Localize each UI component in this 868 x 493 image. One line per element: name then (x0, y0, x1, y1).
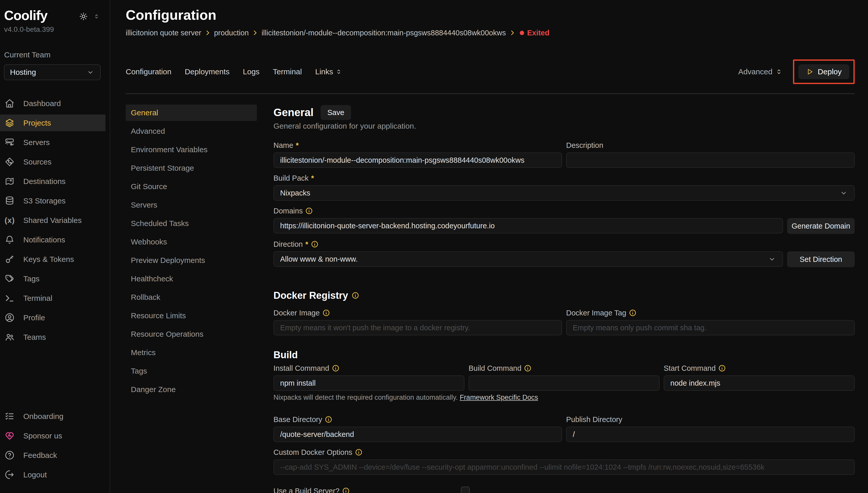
menu-item-webhooks[interactable]: Webhooks (126, 234, 257, 250)
menu-item-persistent-storage[interactable]: Persistent Storage (126, 160, 257, 176)
user-circle-icon (5, 313, 15, 323)
sidebar-item-keys-tokens[interactable]: Keys & Tokens (0, 251, 110, 267)
publish-directory-input[interactable] (566, 427, 855, 442)
section-subtitle: General configuration for your applicati… (273, 122, 855, 131)
docker-registry-title: Docker Registry (273, 289, 855, 302)
save-button[interactable]: Save (321, 105, 351, 120)
menu-item-resource-limits[interactable]: Resource Limits (126, 307, 257, 324)
tab-terminal[interactable]: Terminal (273, 67, 302, 76)
menu-item-resource-operations[interactable]: Resource Operations (126, 326, 257, 342)
build-command-input[interactable] (469, 376, 660, 391)
domains-input[interactable] (273, 218, 783, 233)
theme-select-chevrons-icon[interactable] (93, 13, 100, 20)
sidebar-item-shared-variables[interactable]: (x) Shared Variables (0, 212, 110, 229)
terminal-icon (5, 293, 15, 303)
sidebar-item-feedback[interactable]: Feedback (0, 447, 110, 464)
menu-item-rollback[interactable]: Rollback (126, 289, 257, 305)
custom-docker-options-label: Custom Docker Options (273, 448, 855, 457)
menu-item-servers[interactable]: Servers (126, 197, 257, 213)
sidebar-item-label: Teams (23, 333, 46, 342)
chevron-right-icon (252, 29, 258, 36)
tags-icon (5, 274, 15, 284)
deploy-button[interactable]: Deploy (798, 64, 849, 79)
sidebar-item-profile[interactable]: Profile (0, 309, 110, 326)
direction-label: Direction* (273, 240, 855, 249)
sidebar-item-label: Onboarding (23, 412, 64, 421)
tab-links[interactable]: Links (315, 67, 342, 76)
info-icon (325, 415, 332, 423)
base-directory-input[interactable] (273, 427, 562, 442)
menu-item-tags[interactable]: Tags (126, 363, 257, 379)
sidebar-item-teams[interactable]: Teams (0, 329, 110, 345)
docker-image-input[interactable] (273, 320, 562, 336)
sidebar-item-s3-storages[interactable]: S3 Storages (0, 192, 110, 209)
sidebar-item-destinations[interactable]: Destinations (0, 173, 110, 190)
sidebar-item-tags[interactable]: Tags (0, 270, 110, 287)
description-input[interactable] (566, 152, 855, 168)
framework-docs-link[interactable]: Framework Specific Docs (460, 393, 538, 401)
install-command-input[interactable] (273, 376, 464, 391)
menu-item-environment-variables[interactable]: Environment Variables (126, 142, 257, 158)
breadcrumb-application[interactable]: illicitestonion/-module--decomposition:m… (261, 28, 506, 37)
status-badge: Exited (527, 28, 549, 37)
chevron-right-icon (509, 29, 516, 36)
sidebar-item-label: Logout (23, 470, 47, 479)
set-direction-button[interactable]: Set Direction (787, 251, 855, 267)
section-title: General (273, 105, 313, 121)
build-server-checkbox[interactable] (461, 487, 470, 493)
menu-item-danger-zone[interactable]: Danger Zone (126, 381, 257, 398)
start-command-input[interactable] (664, 376, 855, 391)
sidebar-item-notifications[interactable]: Notifications (0, 231, 110, 248)
menu-item-healthcheck[interactable]: Healthcheck (126, 271, 257, 287)
bell-icon (5, 235, 15, 245)
status-dot (520, 31, 524, 35)
main-content: Configuration illicitonion quote server … (110, 0, 868, 493)
sidebar-item-sources[interactable]: Sources (0, 153, 110, 170)
docker-image-tag-input[interactable] (566, 320, 855, 336)
required-asterisk: * (311, 173, 314, 183)
theme-toggle-sun-icon[interactable] (79, 12, 88, 21)
start-command-label: Start Command (664, 364, 855, 373)
sidebar-item-servers[interactable]: Servers (0, 134, 110, 151)
sidebar-item-projects[interactable]: Projects (0, 114, 106, 131)
breadcrumb-environment[interactable]: production (214, 28, 249, 37)
sidebar-footer: Onboarding Sponsor us Feedback Logout (0, 408, 110, 486)
menu-item-preview-deployments[interactable]: Preview Deployments (126, 252, 257, 269)
tab-deployments[interactable]: Deployments (185, 67, 229, 76)
docker-image-tag-label: Docker Image Tag (566, 308, 855, 318)
sidebar-item-label: Dashboard (23, 99, 61, 108)
advanced-dropdown[interactable]: Advanced (738, 67, 782, 76)
team-select-value: Hosting (10, 68, 36, 77)
sidebar-item-terminal[interactable]: Terminal (0, 290, 110, 306)
sidebar-item-logout[interactable]: Logout (0, 466, 110, 483)
menu-item-advanced[interactable]: Advanced (126, 123, 257, 140)
domains-label: Domains (273, 206, 855, 215)
build-note: Nixpacks will detect the required config… (273, 393, 855, 402)
server-icon (5, 137, 15, 147)
tab-configuration[interactable]: Configuration (126, 67, 171, 76)
general-form: General Save General configuration for y… (273, 105, 855, 493)
custom-docker-options-input[interactable] (273, 459, 855, 475)
info-icon (332, 364, 340, 372)
menu-item-general[interactable]: General (126, 105, 257, 121)
breadcrumb-project[interactable]: illicitonion quote server (126, 28, 201, 37)
direction-select[interactable]: Allow www & non-www. (273, 251, 783, 267)
menu-item-scheduled-tasks[interactable]: Scheduled Tasks (126, 215, 257, 232)
sidebar-item-dashboard[interactable]: Dashboard (0, 95, 110, 112)
docker-image-label: Docker Image (273, 308, 562, 318)
menu-item-metrics[interactable]: Metrics (126, 344, 257, 361)
build-title: Build (273, 348, 855, 362)
info-icon (718, 364, 726, 372)
build-pack-select[interactable]: Nixpacks (273, 185, 855, 201)
heart-handshake-icon (5, 431, 15, 441)
sidebar-item-sponsor[interactable]: Sponsor us (0, 427, 110, 444)
sidebar: Coolify v4.0.0-beta.399 Current Team Hos… (0, 0, 110, 493)
tab-logs[interactable]: Logs (243, 67, 260, 76)
team-select[interactable]: Hosting (4, 64, 100, 80)
sidebar-item-label: Servers (23, 138, 50, 147)
info-icon (342, 487, 350, 493)
generate-domain-button[interactable]: Generate Domain (787, 218, 855, 234)
menu-item-git-source[interactable]: Git Source (126, 178, 257, 195)
sidebar-item-onboarding[interactable]: Onboarding (0, 408, 110, 425)
name-input[interactable] (273, 152, 562, 168)
